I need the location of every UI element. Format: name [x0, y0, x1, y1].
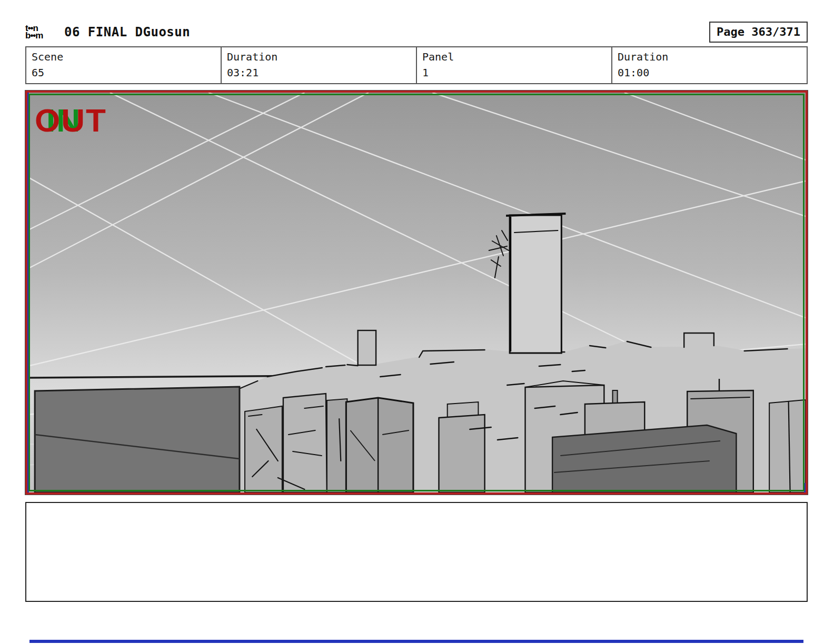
- scene-value: 65: [32, 66, 215, 79]
- panel-duration-cell: Duration 01:00: [612, 47, 807, 84]
- panel-duration-label: Duration: [618, 51, 801, 63]
- next-panel-top-edge: [29, 640, 803, 643]
- storyboard-sheet: t••n b••m 06 FINAL DGuosun Page 363/371 …: [0, 0, 834, 644]
- panel-label: Panel: [422, 51, 606, 63]
- storyboard-panel: IN OUT: [25, 90, 808, 495]
- scene-duration-label: Duration: [227, 51, 411, 63]
- scene-cell: Scene 65: [26, 47, 221, 84]
- toonboom-logo: t••n b••m: [25, 25, 59, 39]
- panel-info-table: Scene 65 Duration 03:21 Panel 1 Duration…: [25, 46, 808, 84]
- panel-value: 1: [422, 66, 606, 79]
- panel-cell: Panel 1: [416, 47, 612, 84]
- scene-duration-value: 03:21: [227, 66, 411, 79]
- cityscape-sketch: [27, 93, 806, 492]
- camera-frame-blue-corner: [804, 483, 806, 492]
- header: t••n b••m 06 FINAL DGuosun Page 363/371: [25, 20, 808, 44]
- panel-duration-value: 01:00: [618, 66, 801, 79]
- scene-duration-cell: Duration 03:21: [221, 47, 416, 84]
- caption-box: [25, 502, 808, 602]
- page-number-box: Page 363/371: [709, 22, 808, 43]
- logo-line-2: b••m: [25, 32, 59, 39]
- camera-frame-blue-edge: [27, 93, 29, 492]
- scene-label: Scene: [32, 51, 215, 63]
- camera-out-marker: OUT: [35, 104, 107, 137]
- project-title: 06 FINAL DGuosun: [64, 25, 190, 39]
